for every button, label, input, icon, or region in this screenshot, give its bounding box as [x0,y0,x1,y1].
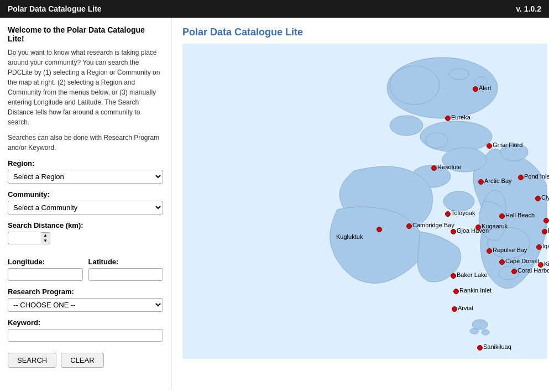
location-dot-rankin-inlet[interactable] [453,289,459,294]
community-select[interactable]: Select a Community [8,201,163,215]
location-dot-repulse-bay[interactable] [487,248,492,254]
location-label-arviat: Arviat [458,305,473,311]
clear-button[interactable]: CLEAR [61,353,103,368]
location-dot-eureka[interactable] [445,116,451,121]
map-title: Polar Data Catalogue Lite [182,27,538,38]
latitude-label: Latitude: [88,258,164,266]
search-button[interactable]: SEARCH [8,353,56,368]
search-distance-input[interactable]: 100 [8,232,41,244]
welcome-title: Welcome to the Polar Data Catalogue Lite… [8,25,163,43]
search-distance-spinner[interactable]: ▲ ▼ [41,232,50,244]
map-container[interactable]: .land { fill: #a8c8e8; stroke: #7aa8c8; … [182,44,536,364]
location-dot-kimmirut[interactable] [538,262,543,268]
region-select[interactable]: Select a Region [8,170,163,184]
location-label-iqaluit: Iqaluit [542,243,549,249]
location-label-coral-harbour: Coral Harbour [517,267,549,274]
region-label: Region: [8,159,163,168]
latitude-input[interactable] [88,268,164,281]
location-dot-resolute[interactable] [431,165,437,171]
location-label-clyde-river: Clyde River [541,194,549,201]
svg-point-9 [472,320,488,330]
location-label-rankin-inlet: Rankin Inlet [459,287,492,294]
location-label-toloyoak: Toloyoak [451,210,475,216]
location-dot-pangnirtung[interactable] [542,229,547,234]
location-dot-kugluktuk[interactable] [377,227,382,232]
location-dot-clyde-river[interactable] [535,196,541,201]
longitude-input[interactable] [8,268,83,281]
location-label-kugluktuk: Kugluktuk [336,233,363,240]
location-label-kimmirut: Kimmirut [544,260,549,267]
svg-point-10 [470,328,479,334]
description-2: Searches can also be done with Research … [8,133,163,153]
research-program-select[interactable]: -- CHOOSE ONE -- [8,298,163,312]
community-label: Community: [8,190,163,198]
keyword-label: Keyword: [8,318,163,327]
location-label-arctic-bay: Arctic Bay [484,177,512,184]
svg-point-11 [482,330,489,335]
location-label-baker-lake: Baker Lake [457,271,488,278]
location-dot-arctic-bay[interactable] [478,179,484,185]
location-dot-toloyoak[interactable] [445,211,451,217]
location-label-grise-fiord: Grise Fiord [493,142,522,148]
svg-point-15 [390,116,423,135]
svg-point-13 [449,69,469,80]
location-label-repulse-bay: Repulse Bay [493,247,527,253]
location-label-pond-inlet: Pond Inlet [524,173,549,180]
location-dot-alert[interactable] [473,86,478,92]
spinner-down[interactable]: ▼ [41,238,50,244]
location-dot-gjoa-haven[interactable] [451,229,456,234]
svg-point-12 [390,66,440,104]
location-label-cape-dorset: Cape Dorset [505,258,540,264]
location-dot-iqaluit[interactable] [536,244,542,250]
longitude-label: Longitude: [8,258,83,266]
location-dot-sanikiluaq[interactable] [477,345,483,351]
location-label-sanikiluaq: Sanikiluaq [483,343,511,350]
research-program-label: Research Program: [8,288,163,296]
location-dot-baker-lake[interactable] [451,273,456,279]
location-dot-pond-inlet[interactable] [518,175,524,180]
location-label-resolute: Resolute [437,164,461,170]
location-label-hall-beach: Hall Beach [505,212,535,218]
location-dot-coral-harbour[interactable] [511,269,517,274]
location-label-cambridge-bay: Cambridge Bay [412,222,454,228]
spinner-up[interactable]: ▲ [41,233,50,238]
location-label-alert: Alert [479,85,492,91]
location-dot-hall-beach[interactable] [499,213,505,219]
description-1: Do you want to know what research is tak… [8,48,163,127]
location-dot-kugaaruk[interactable] [475,224,481,230]
location-dot-arviat[interactable] [452,306,457,312]
location-dot-cambridge-bay[interactable] [406,223,412,229]
svg-point-5 [443,191,474,211]
location-dot-grise-fiord[interactable] [487,143,492,149]
map-svg: .land { fill: #a8c8e8; stroke: #7aa8c8; … [182,44,547,359]
svg-point-16 [426,133,448,148]
keyword-input[interactable] [8,329,163,342]
location-label-eureka: Eureka [451,114,470,121]
app-title: Polar Data Catalogue Lite [8,4,102,13]
location-dot-qikiqtarjuaq[interactable] [543,218,549,223]
location-label-kugaaruk: Kugaaruk [482,223,508,229]
app-version: v. 1.0.2 [516,4,541,13]
location-dot-cape-dorset[interactable] [499,259,505,265]
search-distance-label: Search Distance (km): [8,221,163,229]
